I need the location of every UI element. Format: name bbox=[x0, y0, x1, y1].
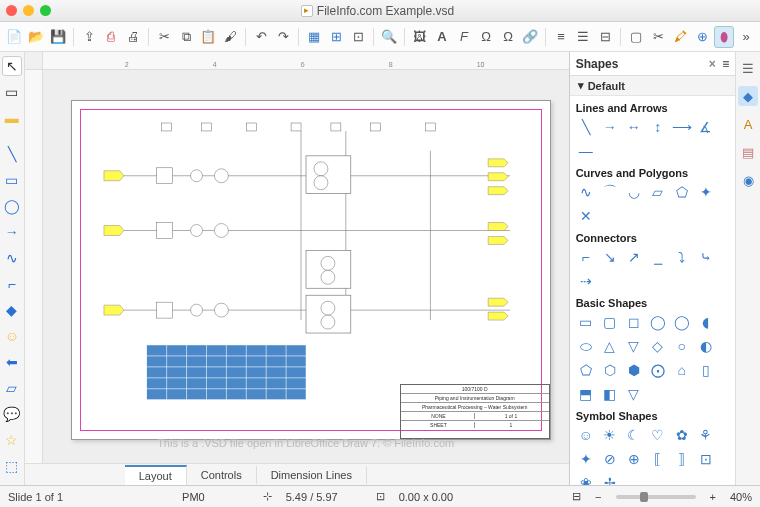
shape-item[interactable]: — bbox=[576, 141, 596, 161]
shape-item[interactable]: ⌂ bbox=[672, 360, 692, 380]
flowchart-tool[interactable]: ▱ bbox=[2, 378, 22, 398]
zoom-in-icon[interactable]: + bbox=[710, 491, 716, 503]
horizontal-ruler[interactable]: 2 4 6 8 10 bbox=[43, 52, 569, 70]
panel-menu-icon[interactable]: ≡ bbox=[722, 57, 729, 71]
shape-item[interactable]: ⇢ bbox=[576, 271, 596, 291]
fit-page-icon[interactable]: ⊟ bbox=[572, 490, 581, 503]
clone-button[interactable]: 🖌 bbox=[220, 26, 240, 48]
shape-item[interactable]: ▽ bbox=[624, 336, 644, 356]
navigator-tab-icon[interactable]: ◉ bbox=[738, 170, 758, 190]
line-color-tool[interactable]: ▭ bbox=[2, 82, 22, 102]
shape-item[interactable]: ↗ bbox=[624, 247, 644, 267]
shape-item[interactable]: ✦ bbox=[576, 449, 596, 469]
shape-item[interactable]: ◡ bbox=[624, 182, 644, 202]
panel-close-icon[interactable]: × bbox=[709, 57, 716, 71]
undo-button[interactable]: ↶ bbox=[251, 26, 271, 48]
special-char-button[interactable]: Ω bbox=[498, 26, 518, 48]
zoom-dot[interactable] bbox=[40, 5, 51, 16]
rect-tool[interactable]: ▭ bbox=[2, 170, 22, 190]
open-button[interactable]: 📂 bbox=[26, 26, 46, 48]
shape-item[interactable]: ↔ bbox=[624, 117, 644, 137]
shape-item[interactable]: △ bbox=[600, 336, 620, 356]
shape-item[interactable]: ▭ bbox=[576, 312, 596, 332]
shape-item[interactable]: → bbox=[600, 117, 620, 137]
status-zoom[interactable]: 40% bbox=[730, 491, 752, 503]
image-button[interactable]: 🖼 bbox=[410, 26, 430, 48]
drawing-page[interactable]: 100/7100 D Piping and Instrumentation Di… bbox=[71, 100, 551, 440]
star-tool[interactable]: ☆ bbox=[2, 430, 22, 450]
zoom-out-icon[interactable]: − bbox=[595, 491, 601, 503]
shape-item[interactable]: ⬭ bbox=[576, 336, 596, 356]
shape-item[interactable]: ⊘ bbox=[600, 449, 620, 469]
paste-button[interactable]: 📋 bbox=[198, 26, 218, 48]
new-button[interactable]: 📄 bbox=[4, 26, 24, 48]
shape-item[interactable]: ⊡ bbox=[696, 449, 716, 469]
shape-item[interactable]: ⟦ bbox=[648, 449, 668, 469]
minimize-dot[interactable] bbox=[23, 5, 34, 16]
shape-item[interactable]: ⟶ bbox=[672, 117, 692, 137]
shape-item[interactable]: ◯ bbox=[648, 312, 668, 332]
snap-button[interactable]: ⊞ bbox=[326, 26, 346, 48]
line-tool[interactable]: ╲ bbox=[2, 144, 22, 164]
gallery-tab-icon[interactable]: ▤ bbox=[738, 142, 758, 162]
copy-button[interactable]: ⧉ bbox=[176, 26, 196, 48]
shape-item[interactable]: ☺ bbox=[576, 425, 596, 445]
shape-item[interactable]: ⬒ bbox=[576, 384, 596, 404]
shadow-button[interactable]: ▢ bbox=[626, 26, 646, 48]
shape-item[interactable]: ☀ bbox=[600, 425, 620, 445]
shape-item[interactable]: ◧ bbox=[600, 384, 620, 404]
helplines-button[interactable]: ⊡ bbox=[348, 26, 368, 48]
properties-tab-icon[interactable]: ☰ bbox=[738, 58, 758, 78]
shape-item[interactable]: ∡ bbox=[696, 117, 716, 137]
shape-item[interactable]: ⨀ bbox=[648, 360, 668, 380]
fill-color-tool[interactable]: ▬ bbox=[2, 108, 22, 128]
shape-item[interactable]: ◻ bbox=[624, 312, 644, 332]
shape-item[interactable]: ⬢ bbox=[624, 360, 644, 380]
shape-item[interactable]: ▽ bbox=[624, 384, 644, 404]
draw-functions-button[interactable]: ⬮ bbox=[714, 26, 734, 48]
block-arrow-tool[interactable]: ⬅ bbox=[2, 352, 22, 372]
shape-item[interactable]: ♡ bbox=[648, 425, 668, 445]
select-tool[interactable]: ↖ bbox=[2, 56, 22, 76]
distribute-button[interactable]: ⊟ bbox=[595, 26, 615, 48]
tab-dimension-lines[interactable]: Dimension Lines bbox=[257, 466, 367, 484]
zoom-slider[interactable] bbox=[616, 495, 696, 499]
shape-item[interactable]: ❀ bbox=[576, 473, 596, 485]
zoom-button[interactable]: 🔍 bbox=[379, 26, 399, 48]
shape-item[interactable]: ◖ bbox=[696, 312, 716, 332]
vertical-ruler[interactable] bbox=[25, 70, 43, 463]
shape-item[interactable]: ⌒ bbox=[600, 182, 620, 202]
shape-item[interactable]: ⬡ bbox=[600, 360, 620, 380]
shape-item[interactable]: ⎯ bbox=[648, 247, 668, 267]
shape-item[interactable]: ▱ bbox=[648, 182, 668, 202]
3d-tool[interactable]: ⬚ bbox=[2, 456, 22, 476]
shapes-panel-section[interactable]: ▾ Default bbox=[570, 76, 736, 96]
shapes-tab-icon[interactable]: ◆ bbox=[738, 86, 758, 106]
window-traffic-lights[interactable] bbox=[6, 5, 51, 16]
ellipse-tool[interactable]: ◯ bbox=[2, 196, 22, 216]
shape-item[interactable]: ✕ bbox=[576, 206, 596, 226]
shape-item[interactable]: ⚘ bbox=[696, 425, 716, 445]
shape-item[interactable]: ✦ bbox=[696, 182, 716, 202]
arrange-button[interactable]: ☰ bbox=[573, 26, 593, 48]
filter-button[interactable]: 🖍 bbox=[670, 26, 690, 48]
arrow-tool[interactable]: → bbox=[2, 222, 22, 242]
gluepoints-button[interactable]: ⊕ bbox=[692, 26, 712, 48]
shape-item[interactable]: ☾ bbox=[624, 425, 644, 445]
hyperlink-button[interactable]: 🔗 bbox=[520, 26, 540, 48]
basic-shapes-tool[interactable]: ◆ bbox=[2, 300, 22, 320]
fontwork-button[interactable]: Ω bbox=[476, 26, 496, 48]
shape-item[interactable]: ╲ bbox=[576, 117, 596, 137]
shape-item[interactable]: ⬠ bbox=[672, 182, 692, 202]
align-button[interactable]: ≡ bbox=[551, 26, 571, 48]
shape-item[interactable]: ◯ bbox=[672, 312, 692, 332]
styles-tab-icon[interactable]: A bbox=[738, 114, 758, 134]
print-button[interactable]: 🖨 bbox=[123, 26, 143, 48]
overflow-button[interactable]: » bbox=[736, 26, 756, 48]
vertical-text-button[interactable]: F bbox=[454, 26, 474, 48]
redo-button[interactable]: ↷ bbox=[273, 26, 293, 48]
shape-item[interactable]: ↕ bbox=[648, 117, 668, 137]
curve-tool[interactable]: ∿ bbox=[2, 248, 22, 268]
shape-item[interactable]: ↘ bbox=[600, 247, 620, 267]
shape-item[interactable]: ✢ bbox=[600, 473, 620, 485]
